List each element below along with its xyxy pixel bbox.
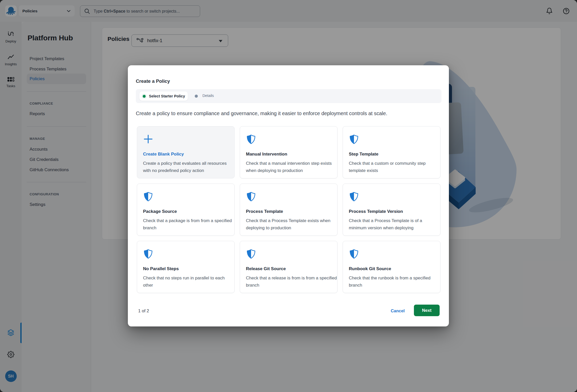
policy-card-title: Package Source [143,209,177,214]
policy-card-title: No Parallel Steps [143,266,179,271]
step-details[interactable]: Details [202,94,214,98]
policy-card-title: Create Blank Policy [143,152,184,157]
policy-card-description: Create a policy that evaluates all resou… [143,160,234,174]
policy-card-description: Check that the runbook is from a specifi… [349,275,440,289]
plus-icon [144,134,153,144]
shield-icon [144,249,153,259]
policy-card-no-parallel-steps[interactable]: No Parallel Steps Check that no steps ru… [137,241,235,293]
policy-card-runbook-git-source[interactable]: Runbook Git Source Check that the runboo… [343,241,440,293]
shield-icon [349,134,359,144]
policy-card-manual-intervention[interactable]: Manual Intervention Check that a manual … [240,126,338,178]
policy-card-step-template[interactable]: Step Template Check that a custom or com… [343,126,440,178]
shield-icon [349,192,359,202]
shield-icon [246,249,256,259]
policy-card-title: Runbook Git Source [349,266,391,271]
cancel-button[interactable]: Cancel [391,308,405,313]
policy-card-create-blank[interactable]: Create Blank Policy Create a policy that… [137,126,235,178]
policy-card-title: Release Git Source [246,266,286,271]
stepper: Select Starter Policy Details [136,89,441,103]
policy-card-title: Manual Intervention [246,152,287,157]
policy-card-title: Process Template Version [349,209,403,214]
policy-card-description: Check that a Process Template is of a mi… [349,217,440,232]
policy-card-title: Step Template [349,152,378,157]
step-active-dot [143,95,146,98]
shield-icon [246,134,256,144]
policy-card-description: Check that a manual intervention step ex… [246,160,337,174]
policy-card-description: Check that no steps run in parallel to e… [143,275,234,289]
modal-title: Create a Policy [136,78,170,84]
policy-card-process-template-version[interactable]: Process Template Version Check that a Pr… [343,184,440,236]
policy-card-description: Check that a package is from from a spec… [143,217,234,232]
create-policy-modal: Create a Policy Select Starter Policy De… [128,65,449,326]
pagination-label: 1 of 2 [138,308,149,314]
shield-icon [349,249,359,259]
policy-card-description: Check that a custom or community step te… [349,160,440,174]
policy-card-release-git-source[interactable]: Release Git Source Check that a release … [240,241,338,293]
step-select-starter-policy[interactable]: Select Starter Policy [139,92,188,101]
modal-description: Create a policy to ensure compliance and… [136,111,387,116]
next-button[interactable]: Next [414,305,440,316]
policy-card-description: Check that a Process Template exists whe… [246,217,337,232]
policy-card-title: Process Template [246,209,283,214]
shield-icon [246,192,256,202]
app-window: Policies Type Ctrl+Space to search or sw… [0,0,577,392]
step-upcoming-dot [195,95,198,98]
policy-card-process-template[interactable]: Process Template Check that a Process Te… [240,184,338,236]
policy-card-package-source[interactable]: Package Source Check that a package is f… [137,184,235,236]
step-label: Select Starter Policy [149,94,185,98]
shield-icon [144,192,153,202]
policy-card-description: Check that a release is from is from a s… [246,275,337,289]
